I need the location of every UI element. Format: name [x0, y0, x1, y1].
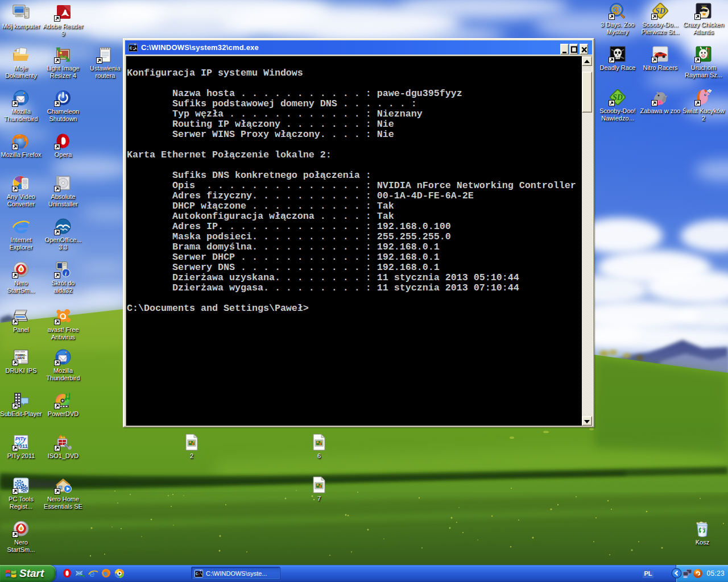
svg-text:e: e [89, 568, 94, 579]
svg-text:011: 011 [19, 443, 28, 449]
svg-text:PITy: PITy [15, 436, 27, 442]
svg-text:C:\: C:\ [196, 572, 202, 576]
